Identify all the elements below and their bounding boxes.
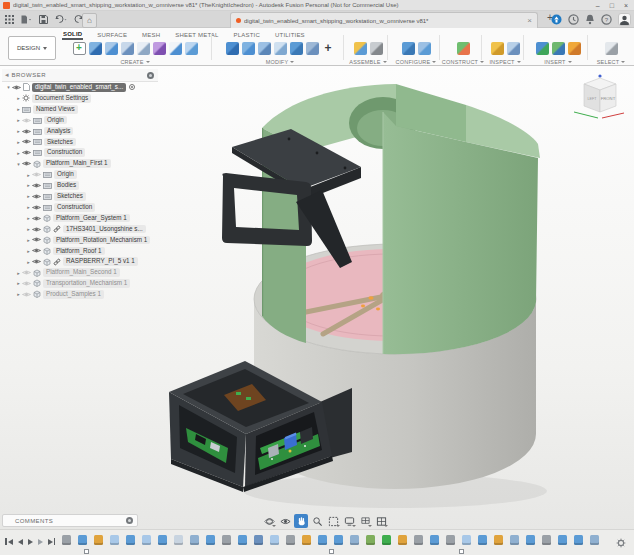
look-at-tool-icon[interactable]: [278, 514, 292, 528]
ribbon-icon-offset-face[interactable]: [306, 42, 319, 55]
ribbon-icon-shell[interactable]: [274, 42, 287, 55]
ribbon-icon-move-copy[interactable]: +: [322, 42, 335, 55]
timeline-feature-icon[interactable]: [94, 535, 103, 545]
browser-item-label[interactable]: Document Settings: [32, 94, 91, 103]
step-forward-button[interactable]: [38, 539, 43, 545]
timeline-settings-gear-icon[interactable]: [616, 538, 626, 548]
timeline-feature-icon[interactable]: [574, 535, 583, 545]
timeline-feature-icon[interactable]: [430, 535, 439, 545]
ribbon-icon-coil[interactable]: [153, 42, 166, 55]
browser-item-raspberry-pi-5-v1-1[interactable]: ▸RASPBERRY_PI_5 v1 1: [2, 256, 158, 267]
timeline-feature-icon[interactable]: [398, 535, 407, 545]
collapse-arrow-icon[interactable]: ▸: [15, 270, 22, 276]
timeline-feature-icon[interactable]: [494, 535, 503, 545]
browser-item-label[interactable]: Construction: [54, 203, 95, 212]
browser-item-sketches[interactable]: ▸Sketches: [2, 136, 158, 147]
ribbon-icon-extrude[interactable]: [89, 42, 102, 55]
ribbon-group-label-construct[interactable]: CONSTRUCT: [442, 59, 484, 65]
fit-tool-icon[interactable]: [326, 514, 340, 528]
ribbon-group-label-inspect[interactable]: INSPECT: [489, 59, 520, 65]
browser-item-label[interactable]: Bodies: [54, 181, 79, 190]
home-icon[interactable]: ⌂: [82, 13, 97, 28]
save-icon[interactable]: [39, 15, 48, 24]
ribbon-icon-press-pull[interactable]: [226, 42, 239, 55]
extensions-icon[interactable]: [551, 14, 562, 25]
file-menu-icon[interactable]: [21, 15, 32, 24]
workspace-selector[interactable]: DESIGN: [8, 36, 56, 60]
visibility-eye-icon[interactable]: [22, 280, 31, 287]
go-to-end-button[interactable]: [48, 538, 56, 545]
browser-item-label[interactable]: 17HS3401_Usongshine s...: [63, 225, 146, 234]
timeline-feature-icon[interactable]: [590, 535, 599, 545]
browser-item-label[interactable]: Origin: [44, 116, 67, 125]
visibility-eye-icon[interactable]: [32, 215, 41, 222]
ribbon-tab-sheet-metal[interactable]: SHEET METAL: [174, 30, 219, 39]
browser-item-label[interactable]: digital_twin_enabled_smart_s...: [32, 83, 126, 92]
browser-item-label[interactable]: Named Views: [33, 105, 78, 114]
visibility-eye-icon[interactable]: [22, 269, 31, 276]
expand-arrow-icon[interactable]: ▾: [5, 84, 12, 90]
collapse-arrow-icon[interactable]: ▸: [15, 95, 22, 101]
collapse-arrow-icon[interactable]: ▸: [25, 237, 32, 243]
visibility-eye-icon[interactable]: [22, 117, 31, 124]
browser-item-platform-main-first-1[interactable]: ▾Platform_Main_First 1: [2, 158, 158, 169]
ribbon-icon-new-component[interactable]: [354, 42, 367, 55]
browser-item-origin[interactable]: ▸Origin: [2, 169, 158, 180]
browser-item-sketches[interactable]: ▸Sketches: [2, 191, 158, 202]
ribbon-icon-joint[interactable]: [370, 42, 383, 55]
timeline-feature-icon[interactable]: [542, 535, 551, 545]
ribbon-icon-configure[interactable]: [402, 42, 415, 55]
display-settings-icon[interactable]: [342, 514, 356, 528]
timeline-feature-icon[interactable]: [174, 535, 183, 545]
collapse-arrow-icon[interactable]: ▸: [15, 291, 22, 297]
ribbon-group-label-select[interactable]: SELECT: [597, 59, 626, 65]
timeline-feature-icon[interactable]: [110, 535, 119, 545]
timeline-feature-icon[interactable]: [334, 535, 343, 545]
visibility-eye-icon[interactable]: [32, 247, 41, 254]
collapse-arrow-icon[interactable]: ▸: [15, 150, 22, 156]
ribbon-group-label-insert[interactable]: INSERT: [544, 59, 571, 65]
collapse-arrow-icon[interactable]: ▸: [25, 193, 32, 199]
3d-viewport[interactable]: ◂ BROWSER ▾digital_twin_enabled_smart_s.…: [0, 66, 634, 529]
ribbon-icon-form[interactable]: [169, 42, 182, 55]
ribbon-icon-revolve[interactable]: [105, 42, 118, 55]
browser-settings-icon[interactable]: [147, 72, 154, 79]
browser-item-label[interactable]: Platform_Gear_System 1: [53, 214, 130, 223]
browser-item-label[interactable]: Construction: [44, 148, 85, 157]
ribbon-icon-section-analysis[interactable]: [507, 42, 520, 55]
visibility-eye-icon[interactable]: [32, 193, 41, 200]
view-cube[interactable]: LEFT FRONT: [570, 70, 628, 134]
zoom-tool-icon[interactable]: [310, 514, 324, 528]
ribbon-icon-select[interactable]: [605, 42, 618, 55]
app-launcher-icon[interactable]: [5, 15, 14, 24]
collapse-arrow-icon[interactable]: ▸: [25, 248, 32, 254]
browser-item-label[interactable]: Sketches: [44, 138, 76, 147]
timeline-marker-handle[interactable]: [459, 549, 464, 554]
ribbon-tab-utilities[interactable]: UTILITIES: [274, 30, 306, 39]
collapse-arrow-icon[interactable]: ▸: [25, 259, 32, 265]
close-button[interactable]: ×: [624, 1, 628, 10]
browser-item-label[interactable]: Origin: [54, 170, 77, 179]
ribbon-icon-loft[interactable]: [137, 42, 150, 55]
timeline-feature-icon[interactable]: [158, 535, 167, 545]
timeline-feature-icon[interactable]: [286, 535, 295, 545]
browser-item-bodies[interactable]: ▸Bodies: [2, 180, 158, 191]
profile-avatar[interactable]: [618, 13, 631, 26]
timeline-marker-handle[interactable]: [329, 549, 334, 554]
visibility-eye-icon[interactable]: [22, 160, 31, 167]
visibility-eye-icon[interactable]: [32, 226, 41, 233]
timeline-feature-icon[interactable]: [190, 535, 199, 545]
browser-item-label[interactable]: Product_Samples 1: [43, 290, 104, 299]
document-tab[interactable]: digital_twin_enabled_smart_shipping_work…: [230, 12, 538, 28]
timeline-feature-icon[interactable]: [478, 535, 487, 545]
maximize-button[interactable]: □: [610, 1, 614, 10]
activate-component-radio[interactable]: [129, 84, 135, 90]
browser-item-analysis[interactable]: ▸Analysis: [2, 126, 158, 137]
timeline-feature-icon[interactable]: [126, 535, 135, 545]
browser-item-platform-roof-1[interactable]: ▸Platform_Roof 1: [2, 245, 158, 256]
ribbon-icon-pattern[interactable]: [185, 42, 198, 55]
browser-item-construction[interactable]: ▸Construction: [2, 147, 158, 158]
ribbon-icon-sweep[interactable]: [121, 42, 134, 55]
ribbon-group-label-configure[interactable]: CONFIGURE: [396, 59, 437, 65]
document-tab-close-icon[interactable]: ×: [527, 16, 532, 25]
